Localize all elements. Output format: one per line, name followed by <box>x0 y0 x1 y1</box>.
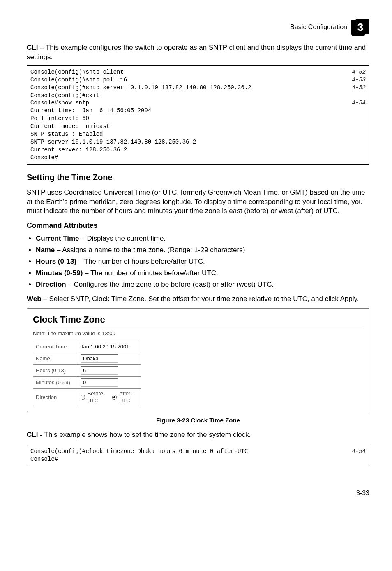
label-name: Name <box>33 353 78 364</box>
bullet-text: – Displays the current time. <box>79 234 166 242</box>
list-item: Hours (0-13) – The number of hours befor… <box>36 257 369 267</box>
radio-after-utc[interactable] <box>112 395 117 400</box>
intro-text-1: – This example configures the switch to … <box>27 44 366 61</box>
label-minutes: Minutes (0-59) <box>33 376 78 388</box>
code-block-1: Console(config)#sntp client4-52Console(c… <box>27 65 369 165</box>
table-row: Direction Before-UTC After-UTC <box>33 388 141 406</box>
page-header: Basic Configuration 3 <box>27 19 369 36</box>
bullet-text: – Configures the time zone to be before … <box>66 281 274 288</box>
attribute-list: Current Time – Displays the current time… <box>27 234 369 290</box>
web-label: Web <box>27 295 42 303</box>
bullet-term: Minutes (0-59) <box>36 269 83 277</box>
table-row: Minutes (0-59) 0 <box>33 376 141 388</box>
header-section-title: Basic Configuration <box>290 23 347 32</box>
panel-title: Clock Time Zone <box>33 313 363 326</box>
code-block-2: Console(config)#clock timezone Dhaka hou… <box>27 445 369 466</box>
label-current-time: Current Time <box>33 341 78 353</box>
table-row: Hours (0-13) 6 <box>33 364 141 376</box>
bullet-term: Direction <box>36 281 66 288</box>
list-item: Name – Assigns a name to the time zone. … <box>36 246 369 255</box>
bullet-term: Current Time <box>36 234 79 242</box>
intro-paragraph-1: CLI – This example configures the switch… <box>27 43 369 62</box>
cli-label: CLI <box>27 44 38 51</box>
bullet-text: – The number of minutes before/after UTC… <box>83 269 218 277</box>
table-row: Name Dhaka <box>33 353 141 364</box>
bullet-text: – The number of hours before/after UTC. <box>76 258 205 265</box>
clock-timezone-panel: Clock Time Zone Note: The maximum value … <box>27 308 369 412</box>
hours-field[interactable]: 6 <box>81 366 118 375</box>
chapter-number-icon: 3 <box>351 19 369 36</box>
table-row: Current Time Jan 1 00:20:15 2001 <box>33 341 141 353</box>
cell-minutes-input: 0 <box>78 376 141 388</box>
svg-text:3: 3 <box>357 21 363 33</box>
cell-direction: Before-UTC After-UTC <box>78 388 141 406</box>
minutes-field[interactable]: 0 <box>81 378 118 387</box>
web-text: – Select SNTP, Clock Time Zone. Set the … <box>42 295 359 303</box>
command-attributes-heading: Command Attributes <box>27 221 369 231</box>
radio-after-label: After-UTC <box>119 390 138 404</box>
page-number: 3-33 <box>27 489 369 498</box>
panel-note: Note: The maximum value is 13:00 <box>33 330 363 337</box>
cli2-label: CLI - <box>27 431 44 439</box>
cell-name-input: Dhaka <box>78 353 141 364</box>
cell-hours-input: 6 <box>78 364 141 376</box>
bullet-term: Name <box>36 246 55 254</box>
section-heading-timezone: Setting the Time Zone <box>27 172 369 183</box>
web-paragraph: Web – Select SNTP, Clock Time Zone. Set … <box>27 295 369 304</box>
cli2-text: This example shows how to set the time z… <box>44 431 251 439</box>
panel-divider <box>33 327 363 327</box>
radio-before-label: Before-UTC <box>88 390 110 404</box>
cli2-paragraph: CLI - This example shows how to set the … <box>27 430 369 440</box>
figure-caption: Figure 3-23 Clock Time Zone <box>27 416 369 425</box>
value-current-time: Jan 1 00:20:15 2001 <box>78 341 141 353</box>
timezone-form-table: Current Time Jan 1 00:20:15 2001 Name Dh… <box>33 341 141 406</box>
name-field[interactable]: Dhaka <box>81 354 118 363</box>
radio-before-utc[interactable] <box>81 395 85 400</box>
list-item: Minutes (0-59) – The number of minutes b… <box>36 269 369 278</box>
bullet-term: Hours (0-13) <box>36 258 76 265</box>
section-paragraph: SNTP uses Coordinated Universal Time (or… <box>27 188 369 216</box>
label-direction: Direction <box>33 388 78 406</box>
list-item: Current Time – Displays the current time… <box>36 234 369 244</box>
label-hours: Hours (0-13) <box>33 364 78 376</box>
list-item: Direction – Configures the time zone to … <box>36 280 369 290</box>
bullet-text: – Assigns a name to the time zone. (Rang… <box>55 246 245 254</box>
